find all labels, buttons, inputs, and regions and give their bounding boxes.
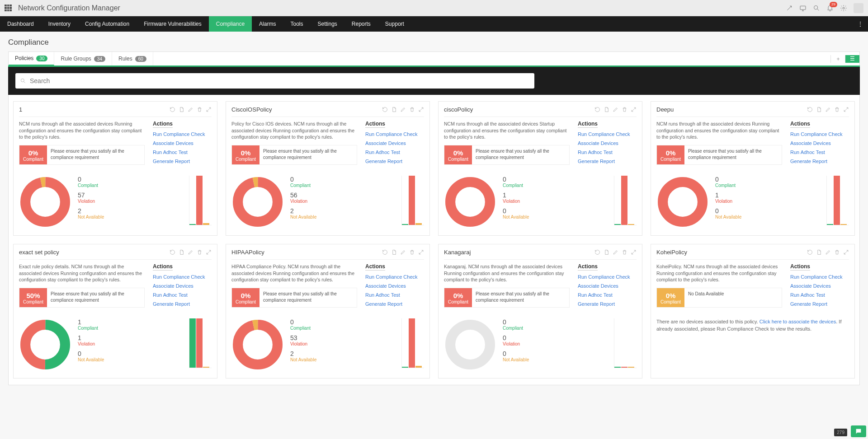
delete-icon[interactable]	[197, 107, 203, 112]
action-run-adhoc[interactable]: Run Adhoc Test	[578, 292, 637, 298]
nav-more-icon[interactable]: ⋮	[853, 16, 868, 32]
delete-icon[interactable]	[409, 249, 415, 255]
nav-item-firmware-vulnerabilities[interactable]: Firmware Vulnerabilities	[137, 16, 209, 32]
action-generate[interactable]: Generate Report	[578, 159, 637, 164]
delete-icon[interactable]	[834, 249, 840, 255]
expand-icon[interactable]	[843, 107, 849, 112]
delete-icon[interactable]	[622, 107, 627, 112]
tab-policies[interactable]: Policies30	[9, 52, 54, 65]
action-generate[interactable]: Generate Report	[790, 301, 849, 307]
expand-icon[interactable]	[843, 249, 849, 255]
action-associate[interactable]: Associate Devices	[153, 283, 212, 289]
action-run-adhoc[interactable]: Run Adhoc Test	[790, 149, 849, 155]
export-icon[interactable]	[604, 107, 609, 112]
export-icon[interactable]	[816, 107, 822, 112]
action-associate[interactable]: Associate Devices	[790, 140, 849, 146]
action-generate[interactable]: Generate Report	[153, 159, 212, 164]
export-icon[interactable]	[179, 249, 184, 255]
delete-icon[interactable]	[409, 107, 415, 112]
apps-menu-icon[interactable]	[5, 5, 12, 12]
expand-icon[interactable]	[631, 107, 637, 112]
edit-icon[interactable]	[400, 249, 406, 255]
action-run-adhoc[interactable]: Run Adhoc Test	[790, 292, 849, 298]
action-run-compliance[interactable]: Run Compliance Check	[365, 131, 424, 137]
action-run-compliance[interactable]: Run Compliance Check	[790, 131, 849, 137]
edit-icon[interactable]	[400, 107, 406, 112]
nav-item-settings[interactable]: Settings	[310, 16, 344, 32]
action-run-compliance[interactable]: Run Compliance Check	[578, 131, 637, 137]
action-run-adhoc[interactable]: Run Adhoc Test	[365, 292, 424, 298]
action-associate[interactable]: Associate Devices	[578, 140, 637, 146]
edit-icon[interactable]	[188, 107, 193, 112]
edit-icon[interactable]	[613, 249, 618, 255]
add-button[interactable]: ＋	[830, 55, 845, 63]
quick-action-icon[interactable]	[786, 5, 793, 12]
delete-icon[interactable]	[622, 249, 627, 255]
action-run-adhoc[interactable]: Run Adhoc Test	[153, 292, 212, 298]
stat-violation-label: Violation	[290, 341, 395, 346]
gear-icon[interactable]	[840, 5, 847, 12]
edit-icon[interactable]	[613, 107, 618, 112]
refresh-icon[interactable]	[594, 249, 600, 255]
delete-icon[interactable]	[834, 107, 840, 112]
nav-item-support[interactable]: Support	[378, 16, 411, 32]
associate-devices-link[interactable]: Click here to associate the devices	[760, 319, 836, 324]
refresh-icon[interactable]	[594, 107, 600, 112]
expand-icon[interactable]	[206, 249, 212, 255]
action-generate[interactable]: Generate Report	[153, 301, 212, 307]
search-input[interactable]	[30, 77, 530, 84]
tab-rules[interactable]: Rules60	[112, 52, 153, 65]
edit-icon[interactable]	[825, 107, 831, 112]
action-generate[interactable]: Generate Report	[365, 159, 424, 164]
action-run-compliance[interactable]: Run Compliance Check	[790, 274, 849, 280]
stat-not_available-count: 2	[290, 207, 395, 215]
tab-rule-groups[interactable]: Rule Groups34	[54, 52, 112, 65]
menu-button[interactable]: ☰	[845, 55, 859, 63]
action-run-compliance[interactable]: Run Compliance Check	[578, 274, 637, 280]
search-icon[interactable]	[813, 5, 820, 12]
nav-item-tools[interactable]: Tools	[283, 16, 310, 32]
expand-icon[interactable]	[418, 107, 424, 112]
export-icon[interactable]	[391, 249, 397, 255]
action-generate[interactable]: Generate Report	[578, 301, 637, 307]
refresh-icon[interactable]	[807, 107, 813, 112]
refresh-icon[interactable]	[170, 249, 175, 255]
refresh-icon[interactable]	[170, 107, 175, 112]
refresh-icon[interactable]	[382, 249, 388, 255]
refresh-icon[interactable]	[382, 107, 388, 112]
action-run-compliance[interactable]: Run Compliance Check	[153, 274, 212, 280]
avatar[interactable]	[854, 3, 863, 13]
nav-item-config-automation[interactable]: Config Automation	[78, 16, 137, 32]
nav-item-compliance[interactable]: Compliance	[209, 16, 252, 32]
action-run-adhoc[interactable]: Run Adhoc Test	[153, 149, 212, 155]
export-icon[interactable]	[816, 249, 822, 255]
refresh-icon[interactable]	[807, 249, 813, 255]
export-icon[interactable]	[391, 107, 397, 112]
edit-icon[interactable]	[825, 249, 831, 255]
action-run-adhoc[interactable]: Run Adhoc Test	[578, 149, 637, 155]
search-box[interactable]	[15, 73, 534, 89]
action-run-adhoc[interactable]: Run Adhoc Test	[365, 149, 424, 155]
action-associate[interactable]: Associate Devices	[153, 140, 212, 146]
bell-icon[interactable]: 29	[826, 5, 834, 12]
nav-item-inventory[interactable]: Inventory	[41, 16, 78, 32]
action-generate[interactable]: Generate Report	[790, 159, 849, 164]
action-associate[interactable]: Associate Devices	[578, 283, 637, 289]
nav-item-reports[interactable]: Reports	[344, 16, 378, 32]
action-associate[interactable]: Associate Devices	[365, 140, 424, 146]
action-associate[interactable]: Associate Devices	[790, 283, 849, 289]
nav-item-alarms[interactable]: Alarms	[252, 16, 283, 32]
expand-icon[interactable]	[206, 107, 212, 112]
expand-icon[interactable]	[418, 249, 424, 255]
expand-icon[interactable]	[631, 249, 637, 255]
action-run-compliance[interactable]: Run Compliance Check	[153, 131, 212, 137]
action-run-compliance[interactable]: Run Compliance Check	[365, 274, 424, 280]
action-associate[interactable]: Associate Devices	[365, 283, 424, 289]
action-generate[interactable]: Generate Report	[365, 301, 424, 307]
delete-icon[interactable]	[197, 249, 203, 255]
export-icon[interactable]	[604, 249, 609, 255]
presentation-icon[interactable]	[799, 5, 807, 12]
export-icon[interactable]	[179, 107, 184, 112]
edit-icon[interactable]	[188, 249, 193, 255]
nav-item-dashboard[interactable]: Dashboard	[0, 16, 41, 32]
